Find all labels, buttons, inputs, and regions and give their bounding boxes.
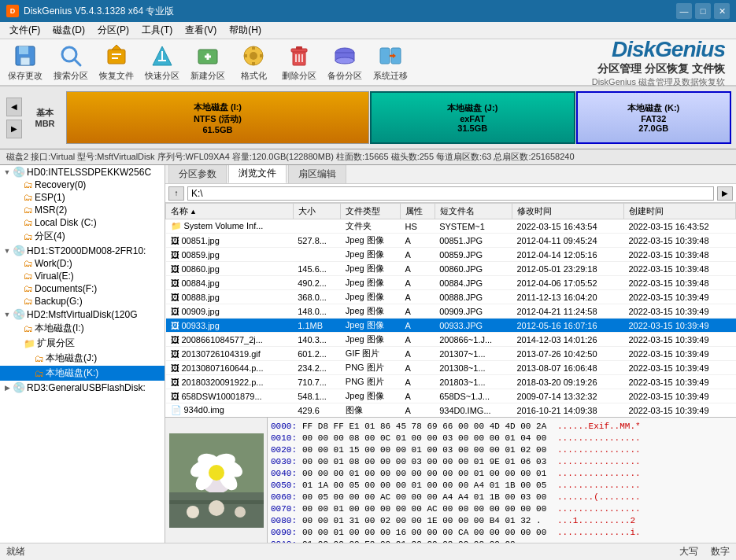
path-up-button[interactable]: ↑ — [168, 186, 184, 201]
table-row[interactable]: 🖼20130726104319.gif601.2...GIF 图片A201307… — [166, 347, 736, 361]
tree-item-recovery[interactable]: 🗂 Recovery(0) — [0, 179, 165, 191]
menu-item-t[interactable]: 工具(T) — [135, 22, 179, 39]
menu-item-v[interactable]: 查看(V) — [179, 22, 223, 39]
toolbar-backup-button[interactable]: 备份分区 — [323, 41, 367, 83]
title-controls[interactable]: — □ ✕ — [676, 3, 730, 19]
tree-item-viruale[interactable]: 🗂 Virual(E:) — [0, 270, 165, 282]
col-modified[interactable]: 修改时间 — [512, 204, 623, 219]
tree-expand-hd2[interactable]: ▼ — [2, 309, 13, 320]
tree-item-backupg[interactable]: 🗂 Backup(G:) — [0, 295, 165, 308]
tree-item-esp[interactable]: 🗂 ESP(1) — [0, 191, 165, 204]
table-row[interactable]: 🖼00851.jpg527.8...Jpeg 图像A00851.JPG2012-… — [166, 234, 736, 248]
table-cell-5: 2018-03-20 09:19:26 — [512, 375, 623, 389]
tree-item-localj[interactable]: 🗂 本地磁盘(J:) — [0, 351, 165, 366]
tree-item-part4[interactable]: 🗂 分区(4) — [0, 229, 165, 244]
tree-item-hd2[interactable]: ▼💿 HD2:MsftVirtualDisk(120G — [0, 308, 165, 321]
table-row[interactable]: 🖼00860.jpg145.6...Jpeg 图像A00860.JPG2012-… — [166, 262, 736, 276]
table-cell-2: Jpeg 图像 — [341, 234, 401, 248]
tree-expand-localj[interactable] — [24, 353, 35, 364]
disk-icon-rd3: 💿 — [13, 381, 25, 393]
toolbar-migrate-button[interactable]: 系统迁移 — [368, 41, 412, 83]
tree-item-localc[interactable]: 🗂 Local Disk (C:) — [0, 216, 165, 229]
table-cell-3: A — [401, 333, 435, 347]
table-row[interactable]: 📄934d0.img429.6图像A934D0.IMG...2016-10-21… — [166, 403, 736, 418]
menu-item-d[interactable]: 磁盘(D) — [46, 22, 91, 39]
toolbar-save-button[interactable]: 保存更改 — [3, 41, 47, 83]
table-row[interactable]: 🖼00859.jpgJpeg 图像A00859.JPG2012-04-14 12… — [166, 248, 736, 262]
tree-item-localk[interactable]: 🗂 本地磁盘(K:) — [0, 366, 165, 381]
tab-扇区编辑[interactable]: 扇区编辑 — [288, 165, 346, 183]
col-created[interactable]: 创建时间 — [623, 204, 735, 219]
partition-k[interactable]: 本地磁盘 (K:) FAT32 27.0GB — [576, 91, 731, 144]
tree-expand-workd[interactable] — [13, 258, 24, 269]
disk-nav[interactable]: ◀ ▶ — [5, 91, 24, 144]
partition-j[interactable]: 本地磁盘 (J:) exFAT 31.5GB — [370, 91, 575, 144]
disk-prev-button[interactable]: ◀ — [6, 98, 22, 116]
col-type[interactable]: 文件类型 — [341, 204, 401, 219]
tree-expand-hd0[interactable]: ▼ — [2, 167, 13, 178]
table-row[interactable]: 📁System Volume Inf...文件夹HSSYSTEM~12022-0… — [166, 219, 736, 234]
tree-item-workd[interactable]: 🗂 Work(D:) — [0, 257, 165, 270]
toolbar-format-button[interactable]: 格式化 — [231, 41, 276, 83]
table-row[interactable]: 🖼00888.jpg368.0...Jpeg 图像A00888.JPG2011-… — [166, 290, 736, 304]
tab-分区参数[interactable]: 分区参数 — [168, 165, 227, 183]
table-row[interactable]: 🖼00933.jpg1.1MBJpeg 图像A00933.JPG2012-05-… — [166, 319, 736, 333]
tree-expand-viruale[interactable] — [13, 271, 24, 282]
part-icon-documentsf: 🗂 — [24, 283, 33, 294]
tree-expand-localc[interactable] — [13, 217, 24, 228]
tree-expand-msr[interactable] — [13, 204, 24, 216]
preview-image — [169, 433, 264, 528]
col-size[interactable]: 大小 — [293, 204, 341, 219]
table-cell-6: 2022-03-15 10:39:48 — [623, 234, 735, 248]
table-row[interactable]: 🖼20130807160644.p...234.2...PNG 图片A20130… — [166, 361, 736, 375]
table-row[interactable]: 🖼00909.jpg148.0...Jpeg 图像A00909.JPG2012-… — [166, 304, 736, 319]
table-row[interactable]: 🖼2008661084577_2j...140.3...Jpeg 图像A2008… — [166, 333, 736, 347]
tree-label-extpart: 扩展分区 — [37, 337, 75, 350]
partition-i[interactable]: 本地磁盘 (I:) NTFS (活动) 61.5GB — [66, 91, 369, 144]
path-input[interactable] — [187, 186, 714, 201]
toolbar-newpart-button[interactable]: 新建分区 — [186, 41, 230, 83]
col-short[interactable]: 短文件名 — [435, 204, 512, 219]
disk-next-button[interactable]: ▶ — [6, 120, 22, 138]
col-name[interactable]: 名称▲ — [166, 204, 294, 219]
tree-expand-backupg[interactable] — [13, 296, 24, 307]
tree-item-rd3[interactable]: ▶💿 RD3:GeneralUSBFlashDisk: — [0, 381, 165, 394]
menu-item-f[interactable]: 文件(F) — [3, 22, 46, 39]
table-cell-6: 2022-03-15 10:39:49 — [623, 304, 735, 319]
tree-expand-rd3[interactable]: ▶ — [2, 382, 13, 393]
tree-expand-esp[interactable] — [13, 192, 24, 203]
menu-item-h[interactable]: 帮助(H) — [223, 22, 268, 39]
col-attr[interactable]: 属性 — [401, 204, 435, 219]
table-cell-5: 2012-04-06 17:05:52 — [512, 276, 623, 290]
tree-expand-part4[interactable] — [13, 231, 24, 242]
tree-expand-hd1[interactable]: ▼ — [2, 245, 13, 256]
tree-expand-recovery[interactable] — [13, 179, 24, 190]
tree-item-hd1[interactable]: ▼💿 HD1:ST2000DM008-2FR10: — [0, 244, 165, 257]
table-cell-1: 548.1... — [293, 389, 341, 403]
minimize-button[interactable]: — — [676, 3, 692, 19]
tree-expand-locali[interactable] — [13, 323, 24, 334]
path-go-button[interactable]: ▶ — [717, 186, 733, 201]
tree-item-hd0[interactable]: ▼💿 HD0:INTELSSDPEKKW256C — [0, 165, 165, 179]
tree-item-msr[interactable]: 🗂 MSR(2) — [0, 204, 165, 216]
table-row[interactable]: 🖼658DSW10001879...548.1...Jpeg 图像A658DS~… — [166, 389, 736, 403]
tree-item-locali[interactable]: 🗂 本地磁盘(I:) — [0, 321, 165, 336]
partition-j-size: 31.5GB — [457, 123, 487, 133]
table-row[interactable]: 🖼20180320091922.p...710.7...PNG 图片A20180… — [166, 375, 736, 389]
close-button[interactable]: ✕ — [714, 3, 730, 19]
table-row[interactable]: 🖼00884.jpg490.2...Jpeg 图像A00884.JPG2012-… — [166, 276, 736, 290]
toolbar-search-button[interactable]: 搜索分区 — [49, 41, 93, 83]
tree-label-recovery: Recovery(0) — [35, 179, 86, 190]
toolbar-delete-button[interactable]: 删除分区 — [277, 41, 321, 83]
tree-expand-localk[interactable] — [24, 368, 35, 379]
table-cell-0: 🖼00888.jpg — [166, 290, 294, 304]
tree-expand-documentsf[interactable] — [13, 283, 24, 294]
toolbar-quickpart-button[interactable]: 快速分区 — [140, 41, 184, 83]
maximize-button[interactable]: □ — [695, 3, 711, 19]
tree-expand-extpart[interactable] — [13, 338, 24, 349]
tree-item-documentsf[interactable]: 🗂 Documents(F:) — [0, 282, 165, 295]
toolbar-restore-button[interactable]: 恢复文件 — [94, 41, 139, 83]
tree-item-extpart[interactable]: 📁 扩展分区 — [0, 336, 165, 351]
menu-item-p[interactable]: 分区(P) — [91, 22, 135, 39]
tab-浏览文件[interactable]: 浏览文件 — [228, 165, 287, 183]
